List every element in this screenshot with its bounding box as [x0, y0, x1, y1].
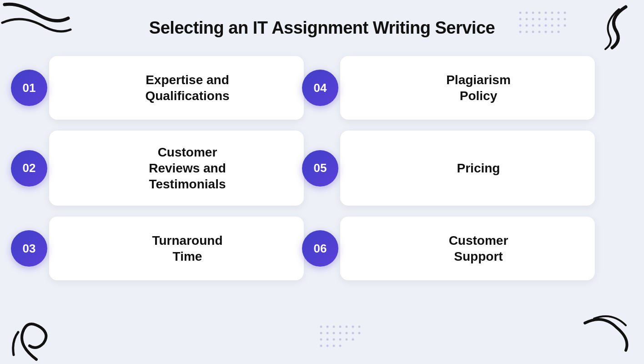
- page-title: Selecting an IT Assignment Writing Servi…: [149, 18, 495, 38]
- card-05: 05Pricing: [340, 131, 595, 206]
- card-04: 04PlagiarismPolicy: [340, 56, 595, 120]
- card-06: 06CustomerSupport: [340, 217, 595, 280]
- badge-03: 03: [11, 230, 47, 267]
- card-label-02: CustomerReviews andTestimonials: [87, 144, 287, 192]
- card-label-01: Expertise andQualifications: [87, 72, 287, 104]
- card-03: 03TurnaroundTime: [49, 217, 304, 280]
- card-label-05: Pricing: [378, 160, 579, 176]
- card-02: 02CustomerReviews andTestimonials: [49, 131, 304, 206]
- card-label-04: PlagiarismPolicy: [378, 72, 579, 104]
- card-label-06: CustomerSupport: [378, 233, 579, 264]
- card-01: 01Expertise andQualifications: [49, 56, 304, 120]
- main-container: Selecting an IT Assignment Writing Servi…: [0, 0, 644, 364]
- badge-01: 01: [11, 70, 47, 106]
- badge-06: 06: [302, 230, 338, 267]
- badge-05: 05: [302, 150, 338, 187]
- badge-04: 04: [302, 70, 338, 106]
- cards-grid: 01Expertise andQualifications04Plagiaris…: [49, 56, 595, 280]
- card-label-03: TurnaroundTime: [87, 233, 287, 264]
- badge-02: 02: [11, 150, 47, 187]
